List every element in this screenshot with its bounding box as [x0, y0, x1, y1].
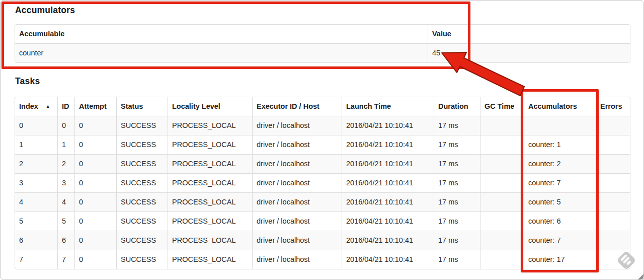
cell: 2016/04/21 10:10:41: [342, 116, 434, 135]
cell: 2016/04/21 10:10:41: [342, 192, 434, 212]
cell: counter: 17: [524, 250, 596, 269]
table-row: 110SUCCESSPROCESS_LOCALdriver / localhos…: [15, 135, 630, 154]
cell: driver / localhost: [252, 192, 342, 212]
table-row: 550SUCCESSPROCESS_LOCALdriver / localhos…: [15, 212, 630, 231]
cell: PROCESS_LOCAL: [168, 250, 252, 269]
cell: 17 ms: [434, 231, 480, 250]
cell: PROCESS_LOCAL: [168, 231, 252, 250]
cell: 0: [74, 135, 116, 154]
column-header-accumulable: Accumulable: [15, 25, 428, 43]
table-row: 330SUCCESSPROCESS_LOCALdriver / localhos…: [15, 173, 630, 192]
cell: [480, 135, 524, 154]
cell: 2016/04/21 10:10:41: [342, 212, 434, 231]
cell: 7: [15, 250, 57, 269]
cell: 1: [57, 135, 74, 154]
cell: [596, 116, 630, 135]
cell: driver / localhost: [252, 135, 342, 154]
cell: 0: [74, 192, 116, 212]
table-row: 770SUCCESSPROCESS_LOCALdriver / localhos…: [15, 250, 630, 269]
cell: PROCESS_LOCAL: [168, 192, 252, 212]
cell: driver / localhost: [252, 154, 342, 173]
cell: [596, 250, 630, 269]
cell: 17 ms: [434, 192, 480, 212]
table-row: 440SUCCESSPROCESS_LOCALdriver / localhos…: [15, 192, 630, 212]
cell: 0: [57, 116, 74, 135]
cell: [480, 154, 524, 173]
tasks-section-title: Tasks: [15, 76, 40, 87]
cell: 2016/04/21 10:10:41: [342, 250, 434, 269]
cell: SUCCESS: [116, 173, 168, 192]
tasks-table: Index▲IDAttemptStatusLocality LevelExecu…: [15, 97, 630, 269]
cell: 7: [57, 250, 74, 269]
cell: driver / localhost: [252, 231, 342, 250]
cell: 0: [74, 250, 116, 269]
column-header-duration[interactable]: Duration: [434, 97, 480, 116]
cell: 17 ms: [434, 250, 480, 269]
table-row: 660SUCCESSPROCESS_LOCALdriver / localhos…: [15, 231, 630, 250]
table-row: 000SUCCESSPROCESS_LOCALdriver / localhos…: [15, 116, 630, 135]
cell: 2: [57, 154, 74, 173]
cell: 5: [15, 212, 57, 231]
cell: counter: 2: [524, 154, 596, 173]
cell: 45: [428, 43, 630, 62]
cell: [596, 135, 630, 154]
cell: PROCESS_LOCAL: [168, 135, 252, 154]
column-header-value: Value: [428, 25, 630, 43]
column-header-launch-time[interactable]: Launch Time: [342, 97, 434, 116]
cell: SUCCESS: [116, 192, 168, 212]
cell: PROCESS_LOCAL: [168, 116, 252, 135]
cell: [596, 192, 630, 212]
cell: counter: 7: [524, 173, 596, 192]
cell: driver / localhost: [252, 173, 342, 192]
cell: 4: [57, 192, 74, 212]
column-header-errors[interactable]: Errors: [596, 97, 630, 116]
cell: 2016/04/21 10:10:41: [342, 154, 434, 173]
cell: 17 ms: [434, 212, 480, 231]
cell: counter: 5: [524, 192, 596, 212]
accumulators-header-row: AccumulableValue: [15, 25, 630, 43]
cell: SUCCESS: [116, 154, 168, 173]
cell: [480, 192, 524, 212]
cell: [596, 212, 630, 231]
cell: [524, 116, 596, 135]
cell: 3: [15, 173, 57, 192]
cell: 6: [57, 231, 74, 250]
cell: driver / localhost: [252, 250, 342, 269]
cell: PROCESS_LOCAL: [168, 173, 252, 192]
column-header-attempt[interactable]: Attempt: [74, 97, 116, 116]
cell: SUCCESS: [116, 116, 168, 135]
cell: [480, 250, 524, 269]
cell: [480, 116, 524, 135]
cell: SUCCESS: [116, 212, 168, 231]
tasks-header-row: Index▲IDAttemptStatusLocality LevelExecu…: [15, 97, 630, 116]
cell: 2016/04/21 10:10:41: [342, 135, 434, 154]
cell: [480, 231, 524, 250]
cell: 0: [74, 116, 116, 135]
cell: 0: [74, 212, 116, 231]
cell: 6: [15, 231, 57, 250]
column-header-executor-id-host[interactable]: Executor ID / Host: [252, 97, 342, 116]
cell: counter: 6: [524, 212, 596, 231]
cell: 4: [15, 192, 57, 212]
cell: [596, 231, 630, 250]
cell: 2016/04/21 10:10:41: [342, 173, 434, 192]
cell: [596, 173, 630, 192]
column-header-status[interactable]: Status: [116, 97, 168, 116]
cell: 0: [74, 154, 116, 173]
accumulators-section-title: Accumulators: [15, 5, 75, 16]
cell: 17 ms: [434, 135, 480, 154]
column-header-accumulators[interactable]: Accumulators: [524, 97, 596, 116]
table-row: counter45: [15, 43, 630, 62]
column-header-id[interactable]: ID: [57, 97, 74, 116]
column-header-index[interactable]: Index▲: [15, 97, 57, 116]
cell: 1: [15, 135, 57, 154]
column-header-gc-time[interactable]: GC Time: [480, 97, 524, 116]
cell: driver / localhost: [252, 116, 342, 135]
cell: 5: [57, 212, 74, 231]
corner-grip-icon: [638, 274, 643, 279]
column-header-locality-level[interactable]: Locality Level: [168, 97, 252, 116]
cell: SUCCESS: [116, 231, 168, 250]
cell: SUCCESS: [116, 250, 168, 269]
cell: counter: [15, 43, 428, 62]
sort-ascending-icon: ▲: [45, 103, 50, 109]
